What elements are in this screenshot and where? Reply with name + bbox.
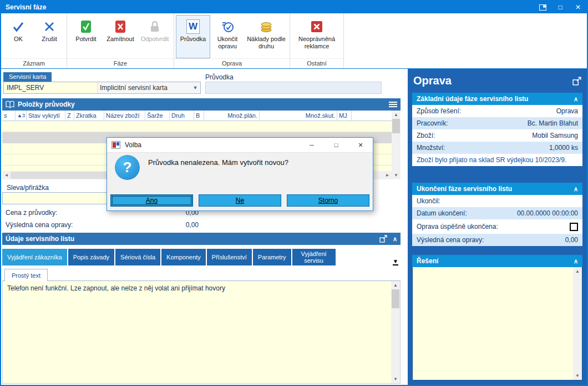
dialog-close-button[interactable]: ✕ bbox=[348, 138, 373, 153]
column-header-mnoz-plan[interactable]: Množ.plán. bbox=[204, 111, 260, 121]
ukonceni-section-header[interactable]: Ukončení fáze servisního listu ∧ bbox=[412, 183, 582, 195]
servisni-karta-code-input[interactable] bbox=[4, 82, 97, 93]
field-label: Datum ukončení: bbox=[417, 209, 467, 217]
close-button[interactable]: ✕ bbox=[569, 1, 587, 13]
servisni-karta-combo[interactable]: Implicitní servisní karta ▼ bbox=[3, 82, 201, 94]
column-header-nazev-zbozi[interactable]: Název zboží bbox=[104, 111, 145, 121]
zamitnout-button[interactable]: Zamítnout bbox=[103, 15, 138, 58]
group-ostatni: Neoprávněná reklamce Ostatní bbox=[290, 13, 344, 68]
field-label: Množství: bbox=[417, 144, 445, 152]
sidebar-title: Oprava bbox=[413, 74, 452, 87]
scroll-track[interactable] bbox=[391, 289, 400, 375]
vyjadreni-zakaznika-textarea[interactable]: Telefon není funkční. Lze zapnout, ale n… bbox=[3, 281, 391, 383]
collapse-chevron-icon[interactable]: ∧ bbox=[574, 96, 578, 103]
scroll-track[interactable] bbox=[573, 275, 582, 372]
collapse-chevron-icon[interactable]: ∧ bbox=[574, 186, 578, 193]
column-header-mnoz-skut[interactable]: Množ.skut. bbox=[260, 111, 337, 121]
zakladni-udaje-section-header[interactable]: Základní údaje fáze servisního listu ∧ bbox=[412, 93, 582, 105]
column-header-mj[interactable]: MJ bbox=[337, 111, 352, 121]
volba-app-icon bbox=[111, 141, 120, 149]
column-header-sarze[interactable]: Šarže bbox=[145, 111, 170, 121]
volba-dialog: Volba ─ □ ✕ ? Průvodka nenalezena. Mám v… bbox=[107, 137, 373, 211]
scroll-left-icon[interactable]: ◄ bbox=[2, 171, 11, 179]
textarea-vertical-scrollbar[interactable]: ▲ ▼ bbox=[391, 281, 400, 383]
collapse-chevron-icon[interactable]: ∧ bbox=[574, 258, 578, 265]
main-left-pane: Servisní karta Implicitní servisní karta… bbox=[1, 69, 408, 385]
field-label: Výsledná cena opravy: bbox=[417, 236, 484, 244]
ok-button-label: OK bbox=[14, 36, 23, 43]
column-header-druh[interactable]: Druh bbox=[170, 111, 194, 121]
open-in-window-icon[interactable] bbox=[572, 77, 581, 86]
field-label: Zboží: bbox=[417, 132, 435, 139]
scroll-down-icon[interactable]: ▼ bbox=[573, 372, 582, 380]
reseni-textarea[interactable] bbox=[413, 267, 573, 380]
scroll-track[interactable] bbox=[392, 119, 401, 171]
storno-button[interactable]: Storno bbox=[287, 194, 369, 207]
column-header-z[interactable]: Z bbox=[65, 111, 74, 121]
reseni-title: Řešení bbox=[417, 257, 574, 265]
window-titlebar: Servisní fáze □ ✕ bbox=[1, 1, 587, 13]
reseni-section-header[interactable]: Řešení ∧ bbox=[412, 255, 582, 267]
hamburger-menu-icon[interactable] bbox=[389, 102, 397, 107]
tab-popis-zavady[interactable]: Popis závady bbox=[68, 249, 114, 265]
field-row-datum-ukonceni: Datum ukončení: 00.00.0000 00:00:00 bbox=[412, 207, 582, 219]
dock-icon bbox=[539, 4, 546, 11]
column-header-zkratka[interactable]: Zkratka bbox=[74, 111, 104, 121]
group-label-faze: Fáze bbox=[67, 58, 174, 68]
scroll-down-icon[interactable]: ▼ bbox=[391, 375, 400, 383]
column-header-sort[interactable]: ▲3 bbox=[16, 111, 27, 121]
field-row-ukoncil: Ukončil: bbox=[412, 195, 582, 207]
open-in-window-icon[interactable] bbox=[379, 235, 387, 243]
field-label: Pracovník: bbox=[417, 119, 448, 127]
table-vertical-scrollbar[interactable]: ▲ ▼ bbox=[392, 111, 401, 179]
tab-vyjadreni-zakaznika[interactable]: Vyjádření zákazníka bbox=[2, 249, 67, 265]
tab-komponenty[interactable]: Komponenty bbox=[161, 249, 206, 265]
subtab-row: Prostý text bbox=[2, 268, 401, 281]
servisni-faze-window: Servisní fáze □ ✕ OK Zrušit Záznam bbox=[0, 0, 588, 386]
tab-parametry[interactable]: Parametry bbox=[253, 249, 291, 265]
reseni-vertical-scrollbar[interactable]: ▲ ▼ bbox=[573, 267, 582, 380]
dialog-maximize-button[interactable]: □ bbox=[324, 138, 348, 153]
group-faze: Potvrdit Zamítnout Odpotvrdit Fáze bbox=[67, 13, 174, 68]
scroll-thumb[interactable] bbox=[392, 119, 400, 133]
collapse-chevron-icon[interactable]: ∧ bbox=[393, 235, 397, 243]
combo-dropdown-icon[interactable]: ▼ bbox=[190, 82, 200, 93]
tab-prislusenstvi[interactable]: Příslušenství bbox=[207, 249, 252, 265]
neopravnena-reklamace-button[interactable]: Neoprávněná reklamce bbox=[292, 15, 342, 58]
tab-seriova-cisla[interactable]: Sériová čísla bbox=[115, 249, 160, 265]
scroll-right-icon[interactable]: ► bbox=[383, 171, 392, 179]
tab-vyjadreni-servisu[interactable]: Vyjádření servisu bbox=[292, 249, 336, 265]
ukoncit-opravu-button[interactable]: Ukončit opravu bbox=[210, 15, 245, 58]
maximize-button[interactable]: □ bbox=[551, 1, 569, 13]
scroll-up-icon[interactable]: ▲ bbox=[391, 281, 400, 289]
field-row-vysledna-cena: Výsledná cena opravy: 0,00 bbox=[412, 234, 582, 246]
zrusit-button-label: Zrušit bbox=[42, 36, 57, 43]
oprava-ukoncena-checkbox[interactable] bbox=[570, 223, 578, 231]
scroll-thumb[interactable] bbox=[392, 289, 399, 308]
scroll-up-icon[interactable]: ▲ bbox=[392, 111, 401, 119]
potvrdit-button[interactable]: Potvrdit bbox=[69, 15, 103, 58]
subtab-prosty-text[interactable]: Prostý text bbox=[4, 269, 48, 282]
naklady-button[interactable]: Náklady podle druhu bbox=[245, 15, 288, 58]
column-header-b[interactable]: B bbox=[194, 111, 204, 121]
column-header-stav-vykryti[interactable]: Stav vykrytí bbox=[27, 111, 65, 121]
ano-button[interactable]: Ano bbox=[110, 194, 193, 207]
field-row-zbozi: Zboží: Mobil Samsung bbox=[412, 129, 582, 142]
column-header-s[interactable]: s bbox=[2, 111, 16, 121]
ok-button[interactable]: OK bbox=[3, 15, 34, 58]
sidebar-title-row: Oprava bbox=[412, 73, 582, 93]
pruvodka-label: Průvodka bbox=[205, 73, 234, 81]
pruvodka-button[interactable]: W Průvodka bbox=[176, 15, 210, 58]
ne-button[interactable]: Ne bbox=[199, 194, 281, 207]
coins-icon bbox=[260, 18, 273, 36]
dialog-titlebar: Volba ─ □ ✕ bbox=[107, 138, 373, 153]
dialog-buttons: Ano Ne Storno bbox=[110, 194, 369, 207]
finish-check-circle-icon bbox=[221, 18, 234, 36]
more-tabs-button[interactable]: ▼ bbox=[391, 249, 401, 265]
zrusit-button[interactable]: Zrušit bbox=[34, 15, 65, 58]
scroll-down-icon[interactable]: ▼ bbox=[392, 171, 401, 179]
ukoncit-opravu-button-label: Ukončit opravu bbox=[211, 36, 244, 50]
dock-window-button[interactable] bbox=[534, 1, 551, 13]
dialog-minimize-button[interactable]: ─ bbox=[300, 138, 324, 153]
scroll-up-icon[interactable]: ▲ bbox=[573, 267, 582, 275]
